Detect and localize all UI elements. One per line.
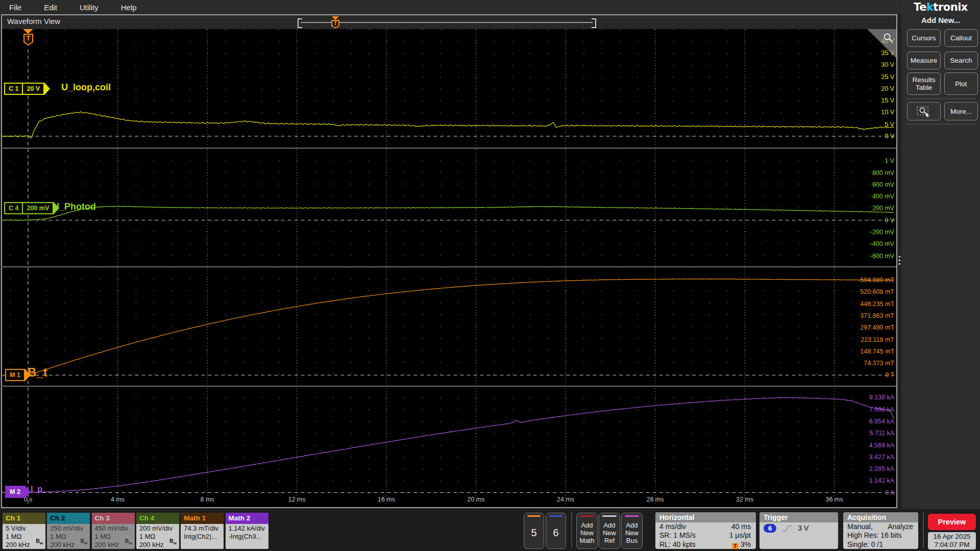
- channel-badge-name: Ch 3: [92, 513, 135, 524]
- oscilloscope-app: File Edit Utility Help Waveform View T T…: [0, 0, 980, 551]
- acquisition-panel-title: Acquisition: [843, 512, 918, 522]
- add-bus-label: Add New Bus: [622, 517, 642, 548]
- channel-badge-ch2[interactable]: Ch 2250 mV/div1 MΩ200 kHzBw: [47, 513, 90, 549]
- menu-edit[interactable]: Edit: [44, 3, 57, 12]
- acq-analyze: Analyze: [888, 522, 913, 531]
- rising-edge-icon: [781, 525, 793, 532]
- bandwidth-limit-icon: Bw: [169, 537, 177, 547]
- horizontal-panel[interactable]: Horizontal 4 ms/div40 ms SR: 1 MS/s1 µs/…: [655, 512, 756, 549]
- channel-c1-plot-badge[interactable]: C 1 20 V: [4, 83, 50, 95]
- channel-badge-name: Math 1: [181, 513, 224, 524]
- channel-badge-details: 74.3 mT/divIntg(Ch2)...: [181, 524, 224, 549]
- bandwidth-limit-icon: Bw: [80, 537, 87, 547]
- trigger-source-badge: 6: [764, 524, 776, 533]
- channel-badge-details: 450 mV/div1 MΩ200 kHzBw: [92, 524, 135, 549]
- preview-button[interactable]: Preview: [928, 514, 976, 530]
- math2-plot-badge[interactable]: M 2: [5, 486, 31, 498]
- zoom-select-icon: [916, 105, 932, 117]
- horizontal-resolution: 1 µs/pt: [729, 531, 751, 540]
- channel-badge-name: Ch 2: [47, 513, 90, 524]
- trace-label-ip: I_p: [31, 485, 42, 494]
- tektronix-logo: Tektronix: [901, 1, 980, 13]
- trigger-panel[interactable]: Trigger 6 3 V: [760, 512, 838, 549]
- trigger-level: 3 V: [798, 524, 808, 533]
- trigger-position-arrow-icon: [23, 29, 33, 34]
- right-panel: Tektronix Add New... Cursors Callout Mea…: [901, 0, 980, 509]
- channel-badge-details: 1.142 kA/div-Intg(Ch3...: [226, 524, 268, 549]
- panel-separator: [905, 124, 976, 124]
- horizontal-window: 40 ms: [731, 522, 751, 531]
- c1-badge-scale: 20 V: [22, 84, 43, 94]
- measure-button[interactable]: Measure: [907, 52, 941, 69]
- bandwidth-limit-icon: Bw: [36, 537, 43, 547]
- menu-utility[interactable]: Utility: [80, 3, 99, 12]
- channel-c4-plot-badge[interactable]: C 4 200 mV: [4, 202, 59, 214]
- m2-badge-arrow: [25, 486, 31, 498]
- panel-separator: [905, 98, 976, 99]
- horizontal-pan-slider[interactable]: [301, 22, 593, 23]
- bandwidth-limit-icon: Bw: [125, 537, 132, 547]
- channel-5-label: 5: [531, 517, 536, 548]
- math1-plot-badge[interactable]: M 1: [5, 369, 31, 381]
- acquisition-panel[interactable]: Acquisition Manual,Analyze High Res: 16 …: [843, 512, 918, 549]
- c4-badge-scale: 200 mV: [22, 203, 53, 213]
- channel-badge-math2[interactable]: Math 21.142 kA/div-Intg(Ch3...: [226, 513, 268, 549]
- bottom-bar-divider: [923, 512, 924, 548]
- time-text: 7:04:07 PM: [928, 541, 976, 549]
- c1-badge-label: C 1: [5, 84, 22, 94]
- channel-badge-details: 5 V/div1 MΩ200 kHzBw: [3, 524, 45, 549]
- channel-badge-ch3[interactable]: Ch 3450 mV/div1 MΩ200 kHzBw: [92, 513, 135, 549]
- plot-button[interactable]: Plot: [944, 72, 978, 95]
- channel-5-button[interactable]: 5: [524, 513, 544, 549]
- acq-highres: High Res: 16 bits: [847, 531, 902, 540]
- add-new-heading: Add New...: [901, 16, 980, 24]
- channel-badge-name: Math 2: [226, 513, 268, 524]
- channel-6-button[interactable]: 6: [546, 513, 566, 549]
- callout-button[interactable]: Callout: [944, 29, 978, 47]
- c4-badge-label: C 4: [5, 203, 22, 213]
- channel-badge-details: 200 mV/div1 MΩ200 kHzBw: [136, 524, 179, 549]
- m2-badge-label: M 2: [6, 487, 24, 497]
- channel-badge-details: 250 mV/div1 MΩ200 kHzBw: [47, 524, 90, 549]
- c1-badge-arrow: [44, 83, 50, 95]
- trigger-pos-icon: T: [732, 543, 739, 549]
- date-text: 16 Apr 2025: [928, 533, 976, 541]
- panel-resize-handle[interactable]: •••: [898, 255, 901, 266]
- waveform-view-title: Waveform View: [7, 17, 60, 26]
- search-button[interactable]: Search: [944, 52, 978, 69]
- trace-label-uloop: U_loop,coil: [61, 82, 111, 93]
- slider-right-bracket[interactable]: [592, 18, 596, 28]
- menu-file[interactable]: File: [9, 3, 21, 12]
- acq-mode: Manual,: [847, 522, 873, 531]
- slider-left-bracket[interactable]: [298, 18, 302, 28]
- channel-6-label: 6: [553, 517, 558, 548]
- add-new-bus-button[interactable]: Add New Bus: [621, 513, 643, 549]
- results-table-button[interactable]: Results Table: [907, 72, 941, 95]
- cursors-button[interactable]: Cursors: [907, 29, 941, 47]
- menu-bar: File Edit Utility Help: [0, 0, 910, 14]
- menu-help[interactable]: Help: [121, 3, 137, 12]
- trace-label-bt: B_t: [28, 365, 47, 380]
- channel-badge-ch4[interactable]: Ch 4200 mV/div1 MΩ200 kHzBw: [136, 513, 179, 549]
- horizontal-trigger-pos: T3%: [732, 540, 751, 549]
- trace-label-uphotod: U_Photod: [53, 202, 96, 212]
- acq-single: Single: 0 /1: [847, 540, 883, 549]
- channel-badge-math1[interactable]: Math 174.3 mT/divIntg(Ch2)...: [181, 513, 224, 549]
- horizontal-record-length: RL: 40 kpts: [659, 540, 696, 549]
- bottom-bar-divider: [571, 512, 572, 548]
- more-button[interactable]: More...: [944, 102, 978, 120]
- add-new-math-button[interactable]: Add New Math: [576, 513, 598, 549]
- zoom-select-button[interactable]: [907, 102, 941, 120]
- channel-badge-ch1[interactable]: Ch 15 V/div1 MΩ200 kHzBw: [3, 513, 45, 549]
- trigger-panel-title: Trigger: [760, 512, 838, 522]
- datetime-display: 16 Apr 2025 7:04:07 PM: [928, 532, 976, 549]
- add-new-ref-button[interactable]: Add New Ref: [599, 513, 620, 549]
- channel-badge-name: Ch 1: [3, 513, 45, 524]
- slider-trigger-marker-arrow: [332, 16, 339, 20]
- bottom-bar: Ch 15 V/div1 MΩ200 kHzBwCh 2250 mV/div1 …: [0, 509, 980, 551]
- waveform-view: [1, 14, 897, 508]
- magnifier-icon: [883, 32, 894, 43]
- horizontal-scale: 4 ms/div: [659, 522, 686, 531]
- horizontal-panel-title: Horizontal: [655, 512, 756, 522]
- add-math-label: Add New Math: [577, 517, 597, 548]
